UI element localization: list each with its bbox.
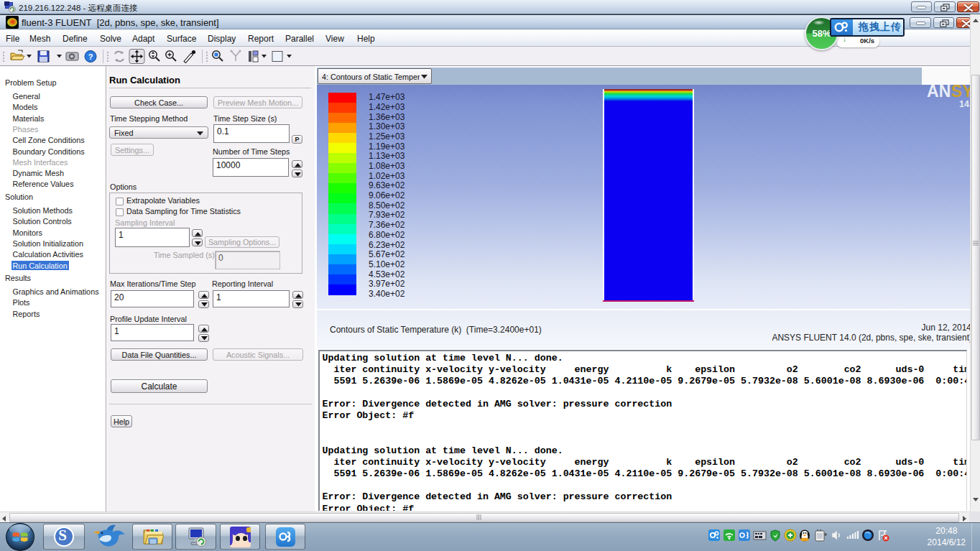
- svg-text:?: ?: [88, 52, 93, 61]
